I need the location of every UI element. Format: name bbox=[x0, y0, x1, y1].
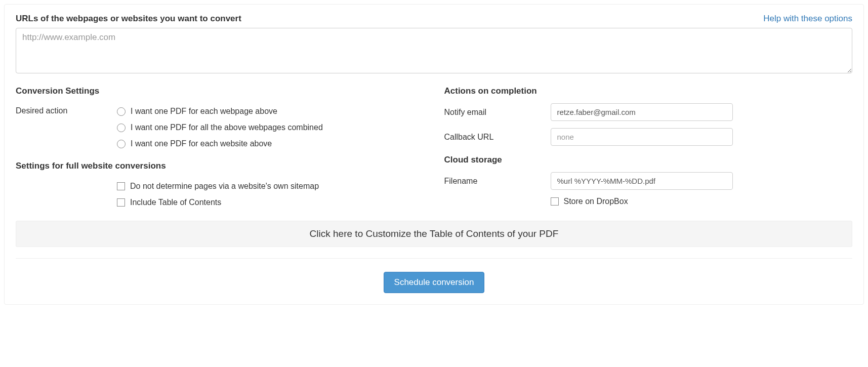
filename-label: Filename bbox=[444, 177, 551, 186]
checkbox-label: Store on DropBox bbox=[564, 197, 628, 206]
callback-url-input[interactable] bbox=[551, 128, 733, 146]
radio-icon[interactable] bbox=[117, 124, 126, 132]
notify-email-row: Notify email bbox=[444, 103, 853, 121]
empty-label bbox=[16, 178, 117, 181]
separator bbox=[16, 258, 852, 259]
filename-input[interactable] bbox=[551, 172, 733, 190]
radio-one-pdf-combined[interactable]: I want one PDF for all the above webpage… bbox=[117, 119, 424, 136]
actions-on-completion-heading: Actions on completion bbox=[444, 86, 853, 96]
radio-icon[interactable] bbox=[117, 140, 126, 148]
desired-action-label: Desired action bbox=[16, 103, 117, 115]
customize-toc-bar[interactable]: Click here to Customize the Table of Con… bbox=[16, 221, 852, 247]
header-row: URLs of the webpages or websites you wan… bbox=[16, 14, 852, 24]
checkbox-label: Do not determine pages via a website's o… bbox=[130, 182, 319, 191]
filename-row: Filename bbox=[444, 172, 853, 190]
radio-label: I want one PDF for each website above bbox=[131, 139, 272, 148]
callback-url-row: Callback URL bbox=[444, 128, 853, 146]
full-website-heading: Settings for full website conversions bbox=[16, 161, 424, 171]
settings-panel: URLs of the webpages or websites you wan… bbox=[4, 4, 864, 305]
right-column: Actions on completion Notify email Callb… bbox=[444, 86, 853, 214]
notify-email-label: Notify email bbox=[444, 108, 551, 117]
schedule-conversion-button[interactable]: Schedule conversion bbox=[384, 272, 485, 293]
checkbox-icon[interactable] bbox=[551, 197, 559, 206]
desired-action-row: Desired action I want one PDF for each w… bbox=[16, 103, 424, 152]
full-website-options-row: Do not determine pages via a website's o… bbox=[16, 178, 424, 211]
dropbox-row: Store on DropBox bbox=[444, 197, 853, 206]
conversion-settings-heading: Conversion Settings bbox=[16, 86, 424, 96]
radio-one-pdf-per-webpage[interactable]: I want one PDF for each webpage above bbox=[117, 103, 424, 119]
checkbox-label: Include Table of Contents bbox=[130, 198, 221, 207]
urls-textarea[interactable] bbox=[16, 28, 852, 73]
radio-one-pdf-per-website[interactable]: I want one PDF for each website above bbox=[117, 136, 424, 152]
checkbox-no-sitemap[interactable]: Do not determine pages via a website's o… bbox=[117, 178, 424, 194]
checkbox-store-dropbox[interactable]: Store on DropBox bbox=[551, 197, 628, 206]
checkbox-icon[interactable] bbox=[117, 182, 125, 190]
desired-action-options: I want one PDF for each webpage above I … bbox=[117, 103, 424, 152]
checkbox-icon[interactable] bbox=[117, 198, 125, 207]
callback-url-label: Callback URL bbox=[444, 133, 551, 142]
submit-wrap: Schedule conversion bbox=[16, 272, 852, 293]
radio-label: I want one PDF for each webpage above bbox=[131, 107, 277, 116]
help-link[interactable]: Help with these options bbox=[763, 14, 852, 24]
notify-email-input[interactable] bbox=[551, 103, 733, 121]
urls-label: URLs of the webpages or websites you wan… bbox=[16, 14, 241, 24]
checkbox-include-toc[interactable]: Include Table of Contents bbox=[117, 194, 424, 211]
radio-icon[interactable] bbox=[117, 107, 126, 116]
columns: Conversion Settings Desired action I wan… bbox=[16, 86, 852, 214]
cloud-storage-heading: Cloud storage bbox=[444, 155, 853, 165]
left-column: Conversion Settings Desired action I wan… bbox=[16, 86, 424, 214]
full-website-options: Do not determine pages via a website's o… bbox=[117, 178, 424, 211]
radio-label: I want one PDF for all the above webpage… bbox=[131, 123, 323, 132]
